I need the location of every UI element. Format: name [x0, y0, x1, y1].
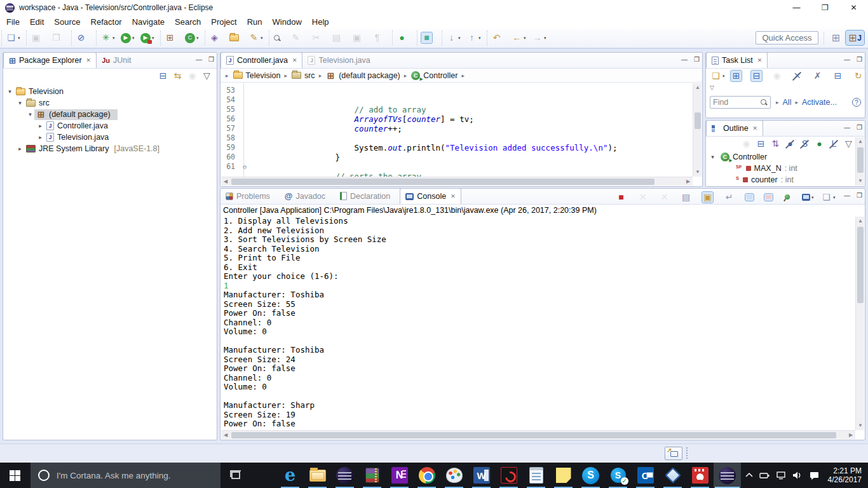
scroll-down-icon[interactable]: ▼: [856, 177, 865, 186]
close-icon[interactable]: ✕: [86, 57, 92, 64]
taskbar-notepad[interactable]: [522, 463, 550, 488]
chevron-up-icon[interactable]: [741, 463, 757, 488]
run-button[interactable]: ▶ ▾: [119, 32, 138, 44]
hide-fields-button[interactable]: ●: [783, 137, 797, 151]
collapse-all-button[interactable]: ⊟: [156, 69, 170, 83]
minimize-window-button[interactable]: —: [782, 0, 811, 15]
scheduled-view-button[interactable]: ⊟: [750, 69, 769, 83]
show-selected-only-button[interactable]: ▣: [350, 31, 369, 44]
taskbar-paint[interactable]: [440, 463, 468, 488]
view-menu-button[interactable]: ▽: [200, 69, 214, 83]
green-sphere-button[interactable]: ●: [395, 31, 414, 44]
last-edit-location-button[interactable]: ↶: [490, 31, 509, 44]
clear-console-button[interactable]: ▤: [679, 191, 698, 204]
new-task-button[interactable]: ❏ ▾: [709, 69, 728, 83]
taskbar-video-downloader[interactable]: [686, 463, 714, 488]
back-button[interactable]: ← ▾: [510, 31, 529, 44]
taskbar-skype[interactable]: S: [577, 463, 604, 488]
taskbar-clock[interactable]: 2:21 PM 4/26/2017: [824, 466, 868, 484]
taskbar-outlook[interactable]: O: [632, 463, 659, 488]
find-scope[interactable]: ▸ Activate...: [794, 98, 836, 107]
tree-item[interactable]: ▾ ⊞ (default package): [3, 109, 217, 120]
console-output[interactable]: 1. Display all Televisions2. Add new Tel…: [221, 217, 855, 430]
outline-vertical-scrollbar[interactable]: ▲ ▼: [855, 137, 864, 186]
open-perspective-button[interactable]: ⊞: [829, 30, 843, 45]
taskbar-winrar[interactable]: [358, 463, 386, 488]
view-tab[interactable]: Problems: [220, 188, 280, 204]
scroll-left-icon[interactable]: ◀: [221, 431, 230, 440]
chevron-right-icon[interactable]: ▸: [283, 72, 288, 79]
outline-item[interactable]: S counter : int: [706, 174, 865, 186]
taskbar-eclipse[interactable]: [331, 463, 358, 488]
scrollbar-thumb[interactable]: [695, 112, 701, 129]
fold-marker-icon[interactable]: [240, 152, 249, 162]
maximize-editor-button[interactable]: ❐: [694, 55, 700, 64]
save-button[interactable]: ▣: [29, 31, 48, 44]
taskbar-chrome[interactable]: [413, 463, 440, 488]
fold-marker-icon[interactable]: [240, 124, 249, 133]
scrollbar-thumb[interactable]: [231, 432, 836, 438]
toggle-occurrences-button[interactable]: ▤: [330, 31, 349, 44]
open-console-button[interactable]: ❏ ▾: [820, 191, 839, 204]
minimize-view-button[interactable]: —: [844, 123, 850, 132]
editor-tab[interactable]: J Controller.java ✕: [220, 52, 302, 68]
minimize-view-button[interactable]: —: [844, 191, 850, 200]
categorized-view-button[interactable]: ⊞: [729, 69, 749, 83]
scroll-down-icon[interactable]: ▼: [856, 421, 865, 430]
restore-minimized-view-button[interactable]: ↗: [665, 447, 682, 460]
start-button[interactable]: [0, 463, 31, 488]
view-tab[interactable]: Ju JUnit: [97, 52, 140, 68]
task-view-button[interactable]: [222, 463, 250, 488]
tree-expand-icon[interactable]: ▾: [709, 154, 717, 160]
menu-item[interactable]: Source: [49, 16, 85, 28]
view-tab[interactable]: Declaration: [335, 188, 400, 204]
new-java-project-button[interactable]: ⊞: [163, 31, 182, 44]
tree-item[interactable]: ▸ J Controller.java: [3, 120, 217, 132]
volume-icon[interactable]: [789, 463, 804, 488]
hide-static-members-button[interactable]: S: [798, 137, 811, 151]
fold-marker-icon[interactable]: [240, 95, 249, 105]
taskbar-file-explorer[interactable]: [304, 463, 331, 488]
tree-item[interactable]: ▸ J Television.java: [3, 132, 217, 143]
sort-button[interactable]: ⇅: [769, 137, 782, 151]
console-horizontal-scrollbar[interactable]: ◀ ▶: [221, 430, 855, 439]
java-perspective-button[interactable]: ⊞ J: [846, 30, 864, 45]
terminate-button[interactable]: ■: [614, 191, 634, 204]
breadcrumb-item[interactable]: ▸ src: [283, 71, 315, 80]
show-whitespace-button[interactable]: ¶: [370, 31, 390, 44]
scrollbar-thumb[interactable]: [231, 179, 654, 185]
drag-handle[interactable]: [686, 447, 688, 459]
editor-vertical-scrollbar[interactable]: ▲ ▼: [693, 83, 702, 177]
open-task-button[interactable]: [228, 33, 246, 43]
show-stdout-button[interactable]: [744, 193, 761, 202]
minimize-editor-button[interactable]: —: [681, 55, 688, 64]
scroll-up-icon[interactable]: ▲: [693, 83, 702, 92]
save-all-button[interactable]: ❐: [50, 31, 69, 44]
hide-local-types-button[interactable]: L: [827, 137, 841, 151]
taskbar-virtualbox[interactable]: [659, 463, 686, 488]
find-scope-link[interactable]: All: [783, 98, 792, 107]
close-icon[interactable]: ✕: [753, 125, 758, 132]
view-tab[interactable]: Outline ✕: [706, 120, 763, 136]
menu-item[interactable]: Refactor: [86, 16, 127, 28]
scroll-lock-button[interactable]: ▣: [701, 191, 720, 204]
green-square-button[interactable]: ■: [420, 31, 439, 44]
restore-window-button[interactable]: ❐: [811, 0, 839, 15]
menu-item[interactable]: Run: [242, 16, 268, 28]
tree-expand-icon[interactable]: ▾: [26, 111, 34, 118]
new-java-class-button[interactable]: C ▾: [184, 32, 202, 44]
filter-completed-button[interactable]: ✕: [790, 69, 810, 83]
menu-item[interactable]: File: [1, 16, 25, 28]
outline-item[interactable]: SF MAX_N : int: [706, 163, 865, 174]
help-icon[interactable]: ?: [852, 98, 861, 107]
scroll-right-icon[interactable]: ▶: [684, 177, 693, 186]
tree-item[interactable]: ▾ src: [3, 97, 217, 109]
scroll-up-icon[interactable]: ▲: [856, 217, 865, 226]
collapse-all-button[interactable]: ⊟: [831, 69, 850, 83]
menu-item[interactable]: Edit: [25, 16, 49, 28]
minimize-view-button[interactable]: —: [844, 55, 850, 64]
view-tab[interactable]: Task List ✕: [706, 52, 768, 68]
search-button[interactable]: [272, 33, 288, 43]
menu-item[interactable]: Help: [307, 16, 334, 28]
tree-expand-icon[interactable]: ▸: [36, 123, 44, 129]
